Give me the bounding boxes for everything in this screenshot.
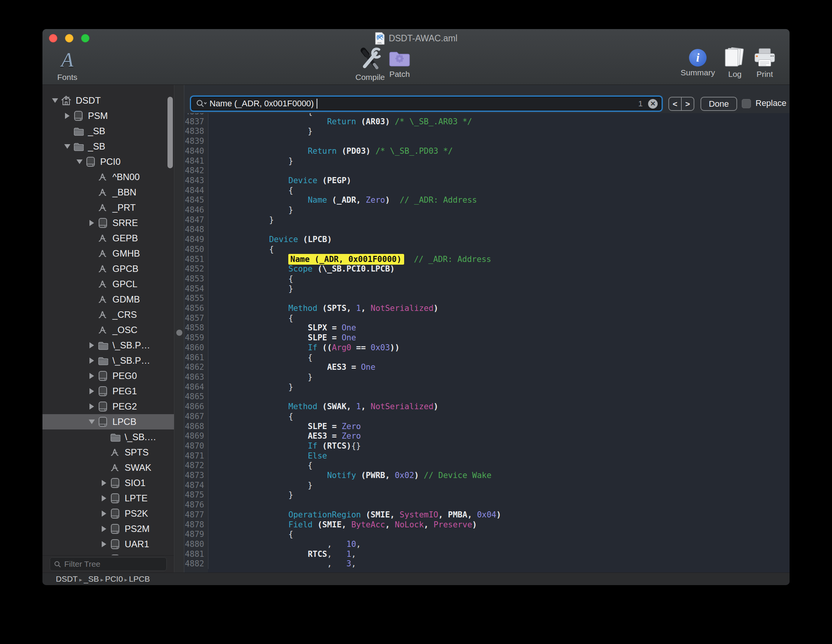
tree-row-gepb[interactable]: GEPB	[42, 231, 174, 246]
tree-row-ps2k[interactable]: PS2K	[42, 506, 174, 521]
sidebar-scrollbar-thumb[interactable]	[167, 97, 173, 168]
app-window: AML DSDT-AWAC.aml A Fonts	[42, 29, 790, 585]
tree-row-peg2[interactable]: PEG2	[42, 399, 174, 414]
patch-label: Patch	[389, 70, 410, 79]
disclosure-triangle-icon[interactable]	[87, 420, 97, 424]
tree-item-label: GPCB	[112, 263, 138, 274]
disclosure-triangle-icon[interactable]	[99, 526, 109, 532]
line-number: 4848	[184, 225, 208, 235]
disclosure-triangle-icon[interactable]	[99, 495, 109, 501]
tree-row-humd[interactable]: HUMD	[42, 552, 174, 555]
tree-row-osc[interactable]: _OSC	[42, 322, 174, 338]
tree-row-swak[interactable]: SWAK	[42, 460, 174, 475]
breadcrumb-item-dsdt[interactable]: DSDT	[56, 574, 78, 583]
line-number: 4858	[184, 323, 208, 333]
tree-row-prt[interactable]: _PRT	[42, 200, 174, 215]
disclosure-triangle-icon[interactable]	[99, 541, 109, 547]
line-content: {	[208, 274, 790, 284]
code-line: 4863 }	[184, 372, 790, 382]
find-previous-button[interactable]: <	[669, 98, 682, 110]
tree-row-lpcb[interactable]: LPCB	[42, 414, 174, 429]
tree-row-pci0[interactable]: PCI0	[42, 154, 174, 169]
tree-row-bn00[interactable]: ^BN00	[42, 169, 174, 185]
code-lines: 4836 {4837 Return (AR03) /* \_SB_.AR03 *…	[184, 113, 790, 569]
sidebar-tree[interactable]: DSDTPSM_SB_SBPCI0^BN00_BBN_PRTSRREGEPBGM…	[42, 93, 174, 555]
line-number: 4853	[184, 274, 208, 284]
tree-row-sbp[interactable]: \_SB.P…	[42, 353, 174, 368]
line-content: SLPX = One	[208, 323, 790, 333]
tree-row-crs[interactable]: _CRS	[42, 307, 174, 322]
tree-row-sio1[interactable]: SIO1	[42, 475, 174, 491]
disclosure-triangle-icon[interactable]	[87, 220, 97, 226]
line-number: 4859	[184, 333, 208, 343]
clear-search-button[interactable]: ✕	[648, 99, 658, 109]
line-content: Scope (\_SB.PCI0.LPCB)	[208, 264, 790, 274]
tree-row-gmhb[interactable]: GMHB	[42, 246, 174, 261]
code-line: 4852 Scope (\_SB.PCI0.LPCB)	[184, 264, 790, 274]
find-search-field[interactable]: Name (_ADR, 0x001F0000) 1 ✕	[190, 96, 663, 112]
tree-row-bbn[interactable]: _BBN	[42, 185, 174, 200]
disclosure-triangle-icon[interactable]	[62, 144, 72, 149]
done-button[interactable]: Done	[700, 97, 737, 111]
fonts-toolbar-button[interactable]: A Fonts	[50, 49, 84, 82]
code-line: 4846 }	[184, 205, 790, 215]
line-number: 4861	[184, 353, 208, 363]
log-toolbar-button[interactable]: Log	[718, 47, 752, 79]
print-toolbar-button[interactable]: Print	[748, 47, 782, 79]
tree-item-label: PSM	[88, 111, 108, 121]
device-icon	[97, 370, 109, 382]
line-number: 4865	[184, 392, 208, 402]
disclosure-triangle-icon[interactable]	[87, 373, 97, 379]
tree-row-uar1[interactable]: UAR1	[42, 537, 174, 552]
code-line: 4840 Return (PD03) /* \_SB_.PD03 */	[184, 146, 790, 156]
filter-tree-input[interactable]: Filter Tree	[50, 557, 167, 571]
replace-checkbox[interactable]	[742, 99, 751, 108]
tree-row-peg1[interactable]: PEG1	[42, 384, 174, 399]
code-line: 4838 }	[184, 127, 790, 137]
find-next-button[interactable]: >	[682, 98, 694, 110]
summary-toolbar-button[interactable]: i Summary	[675, 47, 721, 77]
line-content: }	[208, 215, 790, 225]
disclosure-triangle-icon[interactable]	[99, 480, 109, 486]
split-divider[interactable]	[174, 85, 184, 572]
line-content	[208, 137, 790, 146]
folder-icon	[109, 431, 121, 443]
patch-toolbar-button[interactable]: Patch	[380, 49, 419, 79]
line-content	[208, 225, 790, 235]
tree-row-sb[interactable]: \_SB.…	[42, 429, 174, 445]
disclosure-triangle-icon[interactable]	[87, 388, 97, 394]
folder-icon	[97, 339, 109, 351]
tree-row-spts[interactable]: SPTS	[42, 445, 174, 460]
disclosure-triangle-icon[interactable]	[50, 98, 60, 103]
disclosure-triangle-icon[interactable]	[62, 113, 72, 119]
line-number: 4851	[184, 255, 208, 265]
line-content: If (RTCS){}	[208, 441, 790, 451]
tree-row-sb[interactable]: _SB	[42, 124, 174, 139]
breadcrumb-item-pci0[interactable]: PCI0	[105, 574, 123, 583]
tree-row-gpcl[interactable]: GPCL	[42, 276, 174, 292]
line-number: 4872	[184, 461, 208, 471]
tree-item-label: PS2K	[125, 508, 148, 519]
line-content: }	[208, 127, 790, 137]
disclosure-triangle-icon[interactable]	[87, 358, 97, 364]
disclosure-triangle-icon[interactable]	[87, 403, 97, 410]
tree-row-gdmb[interactable]: GDMB	[42, 292, 174, 307]
breadcrumb-item-sb[interactable]: _SB	[84, 574, 99, 583]
disclosure-triangle-icon[interactable]	[87, 342, 97, 348]
find-prev-next-control: < >	[668, 97, 694, 111]
tree-row-lpte[interactable]: LPTE	[42, 491, 174, 506]
tree-row-sbp[interactable]: \_SB.P…	[42, 338, 174, 353]
tree-row-psm[interactable]: PSM	[42, 108, 174, 124]
tree-row-dsdt[interactable]: DSDT	[42, 93, 174, 108]
tree-row-peg0[interactable]: PEG0	[42, 368, 174, 384]
disclosure-triangle-icon[interactable]	[75, 159, 84, 164]
search-menu-icon[interactable]	[196, 99, 207, 108]
breadcrumb-item-lpcb[interactable]: LPCB	[129, 574, 150, 583]
disclosure-triangle-icon[interactable]	[99, 511, 109, 517]
tree-row-gpcb[interactable]: GPCB	[42, 261, 174, 276]
tree-item-label: \_SB.P…	[112, 355, 150, 366]
code-view[interactable]: 4836 {4837 Return (AR03) /* \_SB_.AR03 *…	[184, 113, 790, 572]
tree-row-sb[interactable]: _SB	[42, 139, 174, 154]
tree-row-ps2m[interactable]: PS2M	[42, 521, 174, 537]
tree-row-srre[interactable]: SRRE	[42, 215, 174, 231]
